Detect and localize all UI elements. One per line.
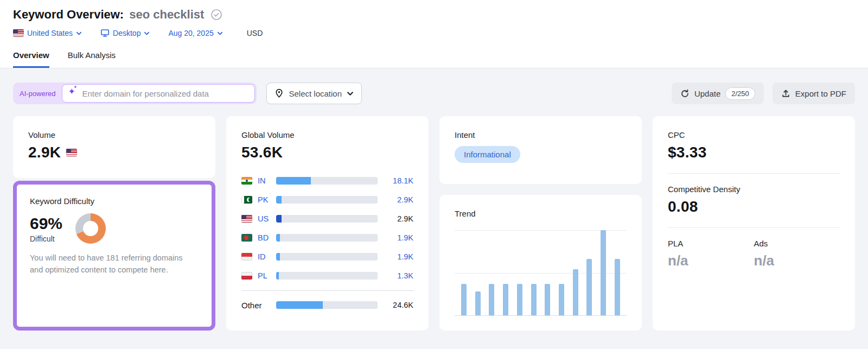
tab-bulk-analysis[interactable]: Bulk Analysis bbox=[68, 50, 116, 68]
country-filter[interactable]: United States bbox=[13, 29, 82, 37]
country-filter-label: United States bbox=[27, 29, 73, 37]
update-quota-badge: 2/250 bbox=[725, 87, 755, 100]
country-code-link[interactable]: US bbox=[258, 214, 276, 223]
country-volume-value: 1.9K bbox=[387, 252, 413, 261]
global-volume-rows: IN18.1KPK2.9KUS2.9KBD1.9KID1.9KPL1.3K bbox=[241, 171, 413, 285]
keyword-difficulty-description: You will need to have 181 referring doma… bbox=[30, 252, 193, 276]
cpc-value: $3.33 bbox=[668, 144, 840, 161]
verified-check-icon bbox=[210, 9, 222, 21]
refresh-icon bbox=[680, 89, 690, 98]
other-volume-bar-fill bbox=[276, 301, 323, 309]
country-volume-bar bbox=[276, 215, 378, 223]
country-code-link[interactable]: IN bbox=[258, 176, 276, 185]
us-flag-icon bbox=[13, 29, 24, 37]
country-code-link[interactable]: PL bbox=[258, 271, 276, 280]
country-volume-value: 1.9K bbox=[387, 233, 413, 242]
chevron-down-icon bbox=[347, 90, 354, 97]
id-flag-icon bbox=[241, 253, 252, 261]
trend-bar bbox=[503, 284, 508, 315]
update-label: Update bbox=[694, 89, 720, 98]
date-filter-label: Aug 20, 2025 bbox=[168, 29, 213, 37]
cpc-card: CPC $3.33 Competitive Density 0.08 PLA n… bbox=[653, 116, 855, 331]
pla-value: n/a bbox=[668, 252, 754, 269]
update-button[interactable]: Update 2/250 bbox=[672, 83, 764, 104]
country-code-link[interactable]: BD bbox=[258, 233, 276, 242]
intent-badge[interactable]: Informational bbox=[455, 146, 520, 163]
trend-bar bbox=[601, 230, 606, 315]
global-volume-card: Global Volume 53.6K IN18.1KPK2.9KUS2.9KB… bbox=[226, 116, 429, 331]
trend-bar bbox=[586, 259, 592, 315]
trend-title: Trend bbox=[455, 209, 627, 218]
trend-chart bbox=[455, 230, 627, 316]
volume-card: Volume 2.9K bbox=[13, 116, 215, 178]
divider bbox=[668, 173, 840, 174]
country-volume-value: 18.1K bbox=[387, 176, 413, 185]
bd-flag-icon bbox=[241, 234, 252, 242]
other-volume-value: 24.6K bbox=[387, 301, 413, 309]
trend-bar bbox=[559, 284, 564, 315]
domain-input[interactable] bbox=[62, 84, 255, 103]
country-volume-bar bbox=[276, 234, 378, 242]
global-volume-row: ID1.9K bbox=[241, 247, 413, 266]
country-code-link[interactable]: ID bbox=[258, 252, 276, 261]
ads-title: Ads bbox=[754, 239, 840, 248]
country-volume-value: 1.3K bbox=[387, 271, 413, 280]
location-pin-icon bbox=[275, 88, 284, 98]
intent-card: Intent Informational bbox=[439, 116, 642, 184]
us-flag-icon bbox=[241, 215, 252, 223]
filter-row: United States Desktop Aug 20, 2025 USD bbox=[13, 29, 855, 37]
competitive-density-title: Competitive Density bbox=[668, 185, 840, 194]
difficulty-donut-chart bbox=[75, 213, 106, 244]
global-volume-row: IN18.1K bbox=[241, 171, 413, 190]
keyword-difficulty-title: Keyword Difficulty bbox=[30, 196, 199, 206]
country-volume-bar bbox=[276, 272, 378, 280]
keyword-difficulty-card: Keyword Difficulty 69% Difficult You wil… bbox=[13, 181, 215, 331]
trend-card: Trend bbox=[439, 195, 642, 331]
country-volume-value: 2.9K bbox=[387, 214, 413, 223]
tab-overview[interactable]: Overview bbox=[13, 50, 49, 68]
device-filter[interactable]: Desktop bbox=[100, 29, 150, 37]
other-label: Other bbox=[241, 301, 276, 310]
in-flag-icon bbox=[241, 177, 252, 185]
page-header: Keyword Overview: seo checklist United S… bbox=[0, 0, 868, 68]
trend-bar bbox=[517, 284, 522, 315]
country-volume-bar bbox=[276, 196, 378, 204]
pl-flag-icon bbox=[241, 272, 252, 280]
export-pdf-label: Export to PDF bbox=[795, 89, 846, 98]
date-filter[interactable]: Aug 20, 2025 bbox=[168, 29, 222, 37]
select-location-dropdown[interactable]: Select location bbox=[266, 83, 362, 104]
divider bbox=[241, 290, 413, 291]
keyword-text: seo checklist bbox=[129, 8, 204, 22]
tab-bar: Overview Bulk Analysis bbox=[13, 50, 855, 68]
pla-title: PLA bbox=[668, 239, 754, 248]
cpc-title: CPC bbox=[668, 130, 840, 139]
ai-powered-badge: AI-powered bbox=[13, 90, 62, 98]
desktop-icon bbox=[100, 29, 110, 37]
export-pdf-button[interactable]: Export to PDF bbox=[773, 83, 855, 104]
trend-bars bbox=[455, 230, 627, 315]
global-volume-row: BD1.9K bbox=[241, 228, 413, 247]
trend-bar bbox=[489, 284, 494, 315]
toolbar: AI-powered ✦✦ Select location Update 2/2… bbox=[13, 83, 855, 104]
export-icon bbox=[781, 89, 790, 98]
volume-title: Volume bbox=[28, 130, 200, 139]
global-volume-row: US2.9K bbox=[241, 209, 413, 228]
trend-bar bbox=[461, 284, 467, 315]
main-content: AI-powered ✦✦ Select location Update 2/2… bbox=[0, 68, 868, 331]
country-code-link[interactable]: PK bbox=[258, 195, 276, 204]
select-location-label: Select location bbox=[289, 89, 342, 98]
device-filter-label: Desktop bbox=[113, 29, 141, 37]
ai-domain-group: AI-powered ✦✦ bbox=[13, 83, 257, 104]
us-flag-icon bbox=[66, 149, 77, 156]
chevron-down-icon bbox=[144, 30, 150, 36]
trend-bar bbox=[531, 284, 537, 315]
intent-title: Intent bbox=[455, 130, 627, 139]
divider bbox=[668, 227, 840, 228]
chevron-down-icon bbox=[217, 30, 223, 36]
competitive-density-value: 0.08 bbox=[668, 198, 840, 215]
currency-label: USD bbox=[247, 29, 263, 37]
page-title: Keyword Overview: bbox=[13, 8, 124, 22]
metrics-grid: Volume 2.9K Keyword Difficulty 69% Diffi… bbox=[13, 116, 855, 331]
trend-bar bbox=[475, 291, 481, 315]
global-volume-title: Global Volume bbox=[241, 130, 413, 139]
